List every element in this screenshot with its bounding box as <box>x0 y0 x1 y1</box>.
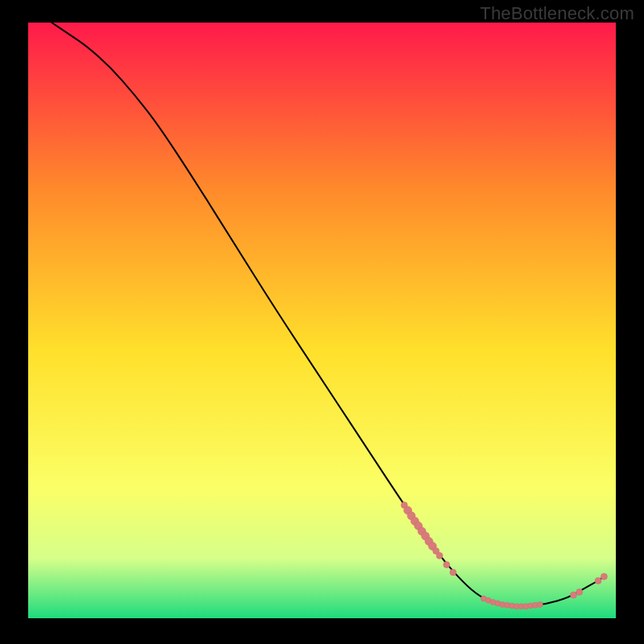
data-marker <box>570 592 576 598</box>
watermark-label: TheBottleneck.com <box>480 3 634 24</box>
data-marker <box>436 552 443 559</box>
data-marker <box>576 588 583 595</box>
data-markers <box>28 23 616 618</box>
data-marker <box>444 561 450 568</box>
data-marker <box>450 569 456 576</box>
data-marker <box>595 577 601 584</box>
data-marker <box>601 573 607 580</box>
data-marker <box>537 601 543 607</box>
chart <box>28 23 616 618</box>
